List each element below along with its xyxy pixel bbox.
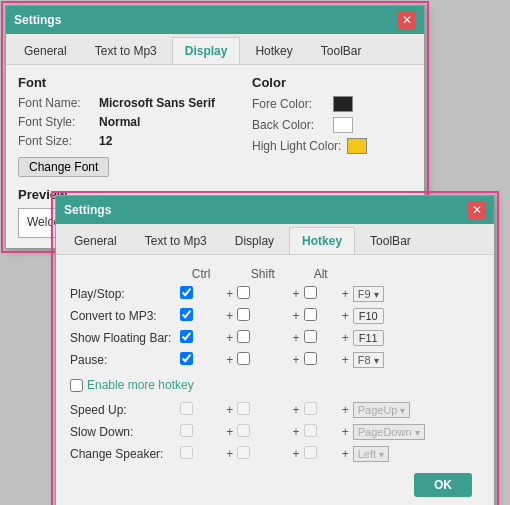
tab2-general[interactable]: General bbox=[61, 227, 130, 254]
tab-bar-hotkey: General Text to Mp3 Display Hotkey ToolB… bbox=[56, 224, 494, 255]
key-speaker: Left bbox=[353, 446, 389, 462]
key-float: F11 bbox=[353, 330, 384, 346]
close-button-hotkey[interactable]: ✕ bbox=[468, 201, 486, 219]
enable-more-checkbox[interactable] bbox=[70, 379, 83, 392]
font-size-row: Font Size: 12 bbox=[18, 134, 232, 148]
color-section: Color Fore Color: Back Color: High Light… bbox=[252, 75, 412, 177]
tab-text-to-mp3[interactable]: Text to Mp3 bbox=[82, 37, 170, 64]
table-row: Slow Down: + + + PageDown bbox=[68, 421, 482, 443]
table-row: Speed Up: + + + PageUp bbox=[68, 399, 482, 421]
table-row: Show Floating Bar: + + + F11 bbox=[68, 327, 482, 349]
ctrl-pause[interactable] bbox=[180, 352, 193, 365]
enable-more-container: Enable more hotkey bbox=[70, 378, 480, 392]
tab-bar-display: General Text to Mp3 Display Hotkey ToolB… bbox=[6, 34, 424, 65]
window-title-hotkey: Settings bbox=[64, 203, 111, 217]
fore-color-swatch[interactable] bbox=[333, 96, 353, 112]
tab-display[interactable]: Display bbox=[172, 37, 241, 64]
ctrl-play[interactable] bbox=[180, 286, 193, 299]
settings-window-hotkey: Settings ✕ General Text to Mp3 Display H… bbox=[55, 195, 495, 505]
shift-play[interactable] bbox=[237, 286, 250, 299]
tab-hotkey[interactable]: Hotkey bbox=[242, 37, 305, 64]
enable-more-label: Enable more hotkey bbox=[87, 378, 194, 392]
change-font-button[interactable]: Change Font bbox=[18, 157, 109, 177]
close-button-display[interactable]: ✕ bbox=[398, 11, 416, 29]
hotkey-label-float: Show Floating Bar: bbox=[68, 327, 178, 349]
ctrl-mp3[interactable] bbox=[180, 308, 193, 321]
back-color-row: Back Color: bbox=[252, 117, 412, 133]
table-row: Play/Stop: + + + F9 bbox=[68, 283, 482, 305]
key-mp3: F10 bbox=[353, 308, 384, 324]
key-speedup: PageUp bbox=[353, 402, 411, 418]
hotkey-label-speedup: Speed Up: bbox=[68, 399, 178, 421]
hotkey-label-pause: Pause: bbox=[68, 349, 178, 371]
font-name-label: Font Name: bbox=[18, 96, 93, 110]
title-bar-hotkey: Settings ✕ bbox=[56, 196, 494, 224]
shift-float[interactable] bbox=[237, 330, 250, 343]
title-bar-display: Settings ✕ bbox=[6, 6, 424, 34]
col-ctrl: Ctrl bbox=[178, 265, 224, 283]
alt-play[interactable] bbox=[304, 286, 317, 299]
tab2-toolbar[interactable]: ToolBar bbox=[357, 227, 424, 254]
back-color-swatch[interactable] bbox=[333, 117, 353, 133]
tab-general[interactable]: General bbox=[11, 37, 80, 64]
ok-row: OK bbox=[68, 465, 482, 505]
col-alt: Alt bbox=[302, 265, 340, 283]
enable-more-row: Enable more hotkey bbox=[68, 371, 482, 399]
alt-slowdown bbox=[304, 424, 317, 437]
tab-toolbar[interactable]: ToolBar bbox=[308, 37, 375, 64]
color-section-title: Color bbox=[252, 75, 412, 90]
shift-pause[interactable] bbox=[237, 352, 250, 365]
key-slowdown: PageDown bbox=[353, 424, 425, 440]
fore-color-row: Fore Color: bbox=[252, 96, 412, 112]
highlight-color-swatch[interactable] bbox=[347, 138, 367, 154]
font-style-value: Normal bbox=[99, 115, 140, 129]
table-row: Convert to MP3: + + + F10 bbox=[68, 305, 482, 327]
tab2-display[interactable]: Display bbox=[222, 227, 287, 254]
shift-slowdown bbox=[237, 424, 250, 437]
font-name-row: Font Name: Microsoft Sans Serif bbox=[18, 96, 232, 110]
back-color-label: Back Color: bbox=[252, 118, 327, 132]
ctrl-speaker bbox=[180, 446, 193, 459]
font-color-pair: Font Font Name: Microsoft Sans Serif Fon… bbox=[18, 75, 412, 177]
font-name-value: Microsoft Sans Serif bbox=[99, 96, 215, 110]
font-style-row: Font Style: Normal bbox=[18, 115, 232, 129]
shift-speedup bbox=[237, 402, 250, 415]
hotkey-table: Ctrl Shift Alt Play/Stop: + + bbox=[68, 265, 482, 465]
font-size-label: Font Size: bbox=[18, 134, 93, 148]
fore-color-label: Fore Color: bbox=[252, 97, 327, 111]
highlight-color-label: High Light Color: bbox=[252, 139, 341, 153]
key-pause[interactable]: F8 bbox=[353, 352, 384, 368]
alt-speaker bbox=[304, 446, 317, 459]
table-row: Pause: + + + F8 bbox=[68, 349, 482, 371]
font-size-value: 12 bbox=[99, 134, 112, 148]
font-section: Font Font Name: Microsoft Sans Serif Fon… bbox=[18, 75, 232, 177]
ctrl-float[interactable] bbox=[180, 330, 193, 343]
key-play[interactable]: F9 bbox=[353, 286, 384, 302]
font-style-label: Font Style: bbox=[18, 115, 93, 129]
highlight-color-row: High Light Color: bbox=[252, 138, 412, 154]
tab2-hotkey[interactable]: Hotkey bbox=[289, 227, 355, 254]
hotkey-label-mp3: Convert to MP3: bbox=[68, 305, 178, 327]
ctrl-speedup bbox=[180, 402, 193, 415]
alt-float[interactable] bbox=[304, 330, 317, 343]
hotkey-content: Ctrl Shift Alt Play/Stop: + + bbox=[56, 255, 494, 505]
hotkey-label-slowdown: Slow Down: bbox=[68, 421, 178, 443]
alt-pause[interactable] bbox=[304, 352, 317, 365]
font-section-title: Font bbox=[18, 75, 232, 90]
ok-button[interactable]: OK bbox=[414, 473, 472, 497]
alt-speedup bbox=[304, 402, 317, 415]
table-row: Change Speaker: + + + Left bbox=[68, 443, 482, 465]
ctrl-slowdown bbox=[180, 424, 193, 437]
shift-speaker bbox=[237, 446, 250, 459]
alt-mp3[interactable] bbox=[304, 308, 317, 321]
col-shift: Shift bbox=[235, 265, 290, 283]
tab2-text-to-mp3[interactable]: Text to Mp3 bbox=[132, 227, 220, 254]
hotkey-label-play: Play/Stop: bbox=[68, 283, 178, 305]
hotkey-label-speaker: Change Speaker: bbox=[68, 443, 178, 465]
window-title-display: Settings bbox=[14, 13, 61, 27]
shift-mp3[interactable] bbox=[237, 308, 250, 321]
